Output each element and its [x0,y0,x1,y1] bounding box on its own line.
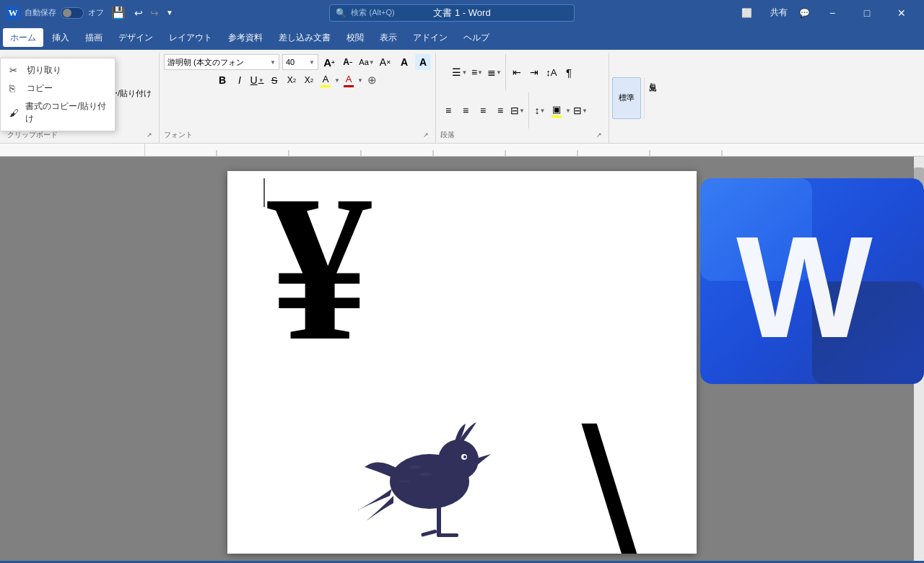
menu-view[interactable]: 表示 [372,28,404,47]
para-row1: ☰▼ ≡▼ ≣▼ ⇤ ⇥ ↕A ¶ [452,54,577,90]
paragraph-group: ☰▼ ≡▼ ≣▼ ⇤ ⇥ ↕A ¶ ≡ ≡ ≡ ≡ ⊟▼ ↕▼ [436,53,609,143]
font-group: 游明朝 (本文のフォン ▼ 40 ▼ A+ A− Aa▼ A✕ A A B [160,53,436,143]
font-expand-btn[interactable]: ↗ [421,130,431,140]
font-color-button[interactable]: A [341,73,356,88]
undo-button[interactable]: ↩ [133,7,144,19]
quick-access-more[interactable]: ▼ [165,9,175,17]
menu-help[interactable]: ヘルプ [456,28,497,47]
subscript-button[interactable]: X2 [284,72,300,88]
bold-button[interactable]: B [214,72,230,88]
bird-drawing [336,395,523,554]
svg-point-21 [463,455,466,458]
menu-layout[interactable]: レイアウト [162,28,219,47]
svg-marker-16 [476,454,491,466]
search-icon: 🔍 [336,8,346,18]
col-layout-button[interactable]: ⊟▼ [510,102,526,118]
paragraph-expand-btn[interactable]: ↗ [594,130,604,140]
title-bar-left: W 自動保存 オフ 💾 ↩ ↪ ▼ [6,6,175,20]
restore-button[interactable]: □ [850,0,884,25]
redo-button[interactable]: ↪ [149,7,160,19]
ribbon-right-tools: 標準 見出し [609,53,921,143]
numbering-button[interactable]: ≡▼ [469,64,485,80]
ruler-svg [144,144,794,156]
menu-draw[interactable]: 描画 [78,28,110,47]
word-logo: W [700,178,924,384]
borders-button[interactable]: ⊟▼ [572,102,588,118]
multilevel-button[interactable]: ≣▼ [487,64,502,80]
menu-home[interactable]: ホーム [3,28,43,47]
sort-button[interactable]: ↕A [544,64,559,80]
title-bar-right: ⬜ 共有 💬 − □ ✕ [730,0,918,25]
svg-rect-17 [437,507,441,536]
cut-icon: ✂ [9,65,21,76]
para-row2: ≡ ≡ ≡ ≡ ⊟▼ ↕▼ ▣ ▼ ⊟▼ [440,92,588,128]
ctx-copy[interactable]: ⎘ コピー [1,79,115,97]
word-icon-small: W [6,6,20,20]
title-bar-filename: 文書 1 - Word [433,6,490,19]
font-name-dropdown-arrow: ▼ [270,59,276,66]
clipboard-expand-btn[interactable]: ↗ [144,130,154,140]
separator2 [528,92,529,128]
font-color-dropdown-arrow[interactable]: ▼ [357,77,363,84]
ribbon-display-button[interactable]: ⬜ [730,0,763,25]
autosave-state: オフ [88,7,104,18]
yen-character: ¥ [267,171,372,373]
font-name-selector[interactable]: 游明朝 (本文のフォン ▼ [164,54,279,70]
clear-formatting-button[interactable]: A✕ [378,54,393,70]
autosave-label: 自動保存 [25,7,56,18]
menu-design[interactable]: デザイン [111,28,160,47]
font-effect-button[interactable]: ⊕ [365,72,380,88]
menu-addins[interactable]: アドイン [406,28,455,47]
align-center-button[interactable]: ≡ [458,102,474,118]
autosave-toggle[interactable] [61,7,84,19]
align-left-button[interactable]: ≡ [440,102,456,118]
close-button[interactable]: ✕ [885,0,918,25]
change-case-button[interactable]: Aa▼ [359,54,375,70]
shading-button[interactable]: ▣ [549,103,564,118]
text-cursor [263,178,265,207]
document-area: W ¥ [0,157,924,561]
line-spacing-button[interactable]: ↕▼ [532,102,548,118]
increase-indent-button[interactable]: ⇥ [526,64,542,80]
svg-rect-0 [144,144,794,156]
svg-text:W: W [736,206,873,367]
menu-insert[interactable]: 挿入 [45,28,77,47]
highlight-dropdown-arrow[interactable]: ▼ [334,77,340,84]
shading-dropdown-arrow[interactable]: ▼ [565,108,571,114]
document-page[interactable]: ¥ [227,171,697,554]
font-shrink-button[interactable]: A− [340,54,356,70]
show-marks-button[interactable]: ¶ [561,64,577,80]
ctx-format-copy[interactable]: 🖌 書式のコピー/貼り付け [1,97,115,128]
minimize-button[interactable]: − [816,0,849,25]
ruler [0,144,924,157]
font-size-selector[interactable]: 40 ▼ [282,54,318,70]
svg-rect-18 [437,533,458,537]
bullets-button[interactable]: ☰▼ [452,64,468,80]
account-button[interactable]: 共有 [764,0,793,25]
ctx-cut[interactable]: ✂ 切り取り [1,61,115,79]
align-right-button[interactable]: ≡ [475,102,491,118]
justify-button[interactable]: ≡ [492,102,508,118]
text-highlight-button[interactable]: A [318,73,333,88]
superscript-button[interactable]: X2 [301,72,317,88]
decrease-indent-button[interactable]: ⇤ [509,64,525,80]
font-extra1-button[interactable]: A [396,54,412,70]
comments-button[interactable]: 💬 [795,0,814,25]
word-logo-svg: W [700,178,924,384]
underline-button[interactable]: U ▼ [249,72,265,88]
font-grow-button[interactable]: A+ [321,54,337,70]
underline-dropdown-arrow: ▼ [258,77,264,84]
save-button[interactable]: 💾 [108,6,128,19]
strikethrough-button[interactable]: S [266,72,282,88]
style-normal-item[interactable]: 標準 [612,77,641,119]
menu-mailings[interactable]: 差し込み文書 [271,28,338,47]
paragraph-label: 段落 ↗ [440,128,604,141]
font-row1: 游明朝 (本文のフォン ▼ 40 ▼ A+ A− Aa▼ A✕ A A [164,54,431,70]
menu-references[interactable]: 参考資料 [221,28,270,47]
heading-button-partial[interactable]: 見出し [644,77,658,119]
italic-button[interactable]: I [232,72,248,88]
menu-review[interactable]: 校閲 [339,28,371,47]
font-extra2-button[interactable]: A [415,54,431,70]
clipboard-group: ✂ 切り取り ⎘ コピー 🖌 書式のコピー/貼り付け 📋 [3,53,160,143]
svg-point-15 [438,440,479,480]
